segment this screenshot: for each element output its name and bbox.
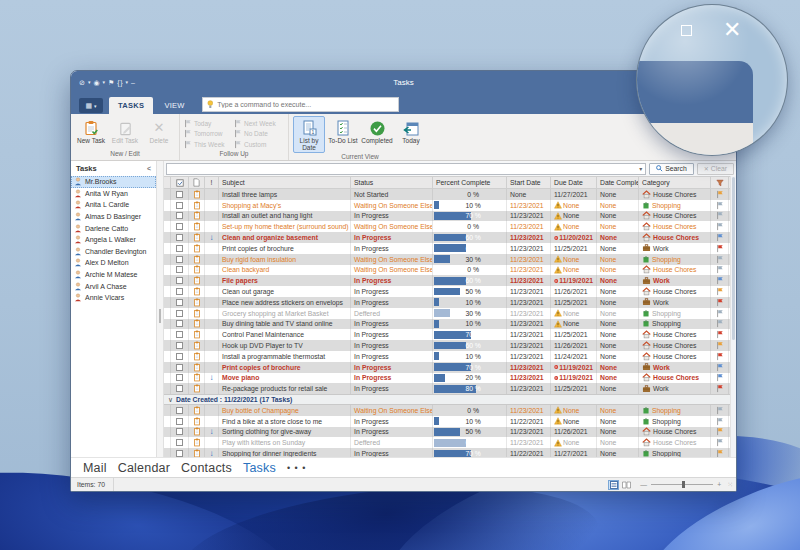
view-today-button[interactable]: Today	[395, 116, 427, 145]
task-row[interactable]: Shopping at Macy'sWaiting On Someone Els…	[164, 200, 736, 211]
sidebar-person-almas-d-basinger[interactable]: Almas D Basinger	[71, 211, 156, 223]
task-checkbox[interactable]	[176, 385, 183, 392]
task-flag[interactable]	[711, 211, 729, 222]
task-flag[interactable]	[711, 362, 729, 373]
task-flag[interactable]	[711, 319, 729, 330]
task-flag[interactable]	[711, 329, 729, 340]
column-header[interactable]: Percent Complete	[433, 177, 507, 188]
sidebar-person-arvil-a-chase[interactable]: Arvil A Chase	[71, 280, 156, 292]
task-flag[interactable]	[711, 405, 729, 416]
normal-view-button[interactable]	[608, 480, 619, 490]
view-todo-list-button[interactable]: To-Do List	[327, 116, 359, 145]
task-row[interactable]: Install three lampsNot Started0 %None11/…	[164, 189, 736, 200]
task-flag[interactable]	[711, 232, 729, 243]
task-row[interactable]: Clean backyardWaiting On Someone Else0 %…	[164, 265, 736, 276]
task-row[interactable]: Re-package products for retail saleIn Pr…	[164, 383, 736, 394]
task-row[interactable]: File papersIn Progress60 %11/23/202111/1…	[164, 275, 736, 286]
task-row[interactable]: Clean out garageIn Progress50 %11/23/202…	[164, 286, 736, 297]
task-checkbox[interactable]	[176, 212, 183, 219]
reading-view-button[interactable]	[621, 480, 632, 490]
column-header[interactable]	[711, 177, 729, 188]
sidebar-person-anita-l-cardle[interactable]: Anita L Cardle	[71, 199, 156, 211]
task-checkbox[interactable]	[176, 364, 183, 371]
view-completed-button[interactable]: Completed	[361, 116, 393, 145]
sidebar-splitter[interactable]	[157, 161, 164, 457]
sidebar-person-archie-m-matese[interactable]: Archie M Matese	[71, 269, 156, 281]
task-flag[interactable]	[711, 340, 729, 351]
zoom-slider[interactable]: — +	[640, 481, 721, 488]
command-box[interactable]	[202, 97, 399, 112]
task-row[interactable]: Find a bike at a store close to meIn Pro…	[164, 416, 736, 427]
task-row[interactable]: ↓Move pianoIn Progress20 %11/23/202111/1…	[164, 373, 736, 384]
sidebar-person-chandler-bevington[interactable]: Chandler Bevington	[71, 246, 156, 258]
task-row[interactable]: Grocery shopping at Market BasketDeffere…	[164, 308, 736, 319]
task-row[interactable]: ↓Clean and organize basementIn Progress6…	[164, 232, 736, 243]
task-flag[interactable]	[711, 383, 729, 394]
nav-calendar[interactable]: Calendar	[118, 461, 170, 475]
task-row[interactable]: Install an outlet and hang lightIn Progr…	[164, 211, 736, 222]
task-flag[interactable]	[711, 351, 729, 362]
zoom-in-button[interactable]: +	[717, 481, 721, 488]
search-input[interactable]	[167, 165, 636, 172]
task-flag[interactable]	[711, 243, 729, 254]
task-checkbox[interactable]	[176, 202, 183, 209]
file-menu-button[interactable]: ▦▾	[79, 98, 103, 113]
task-checkbox[interactable]	[176, 223, 183, 230]
column-header[interactable]: Due Date	[551, 177, 597, 188]
new-task-button[interactable]: New Task	[75, 116, 107, 145]
task-flag[interactable]	[711, 437, 729, 448]
column-header[interactable]: Start Date	[507, 177, 551, 188]
zoom-track[interactable]	[651, 484, 713, 485]
task-row[interactable]: Buy bottle of ChampagneWaiting On Someon…	[164, 405, 736, 416]
task-checkbox[interactable]	[176, 450, 183, 457]
column-header[interactable]: Date Comple	[597, 177, 639, 188]
task-row[interactable]: Install a programmable thermostatIn Prog…	[164, 351, 736, 362]
task-checkbox[interactable]	[176, 353, 183, 360]
task-flag[interactable]	[711, 308, 729, 319]
task-row[interactable]: Control Panel MaintenanceIn Progress70 %…	[164, 329, 736, 340]
collapse-sidebar-button[interactable]: <	[147, 165, 151, 172]
task-checkbox[interactable]	[176, 234, 183, 241]
task-flag[interactable]	[711, 416, 729, 427]
tab-view[interactable]: VIEW	[155, 97, 193, 114]
sidebar-person-annie-vicars[interactable]: Annie Vicars	[71, 292, 156, 304]
nav-mail[interactable]: Mail	[83, 461, 107, 475]
task-row[interactable]: Print copies of brochureIn Progress70 %1…	[164, 362, 736, 373]
search-button[interactable]: Search	[649, 163, 694, 175]
column-header[interactable]: Status	[351, 177, 433, 188]
task-row[interactable]: Play with kittens on SundayDeffered60 %1…	[164, 437, 736, 448]
sidebar-person-angela-l-walker[interactable]: Angela L Walker	[71, 234, 156, 246]
column-header[interactable]	[189, 177, 205, 188]
command-input[interactable]	[217, 101, 393, 108]
nav-tasks[interactable]: Tasks	[243, 461, 276, 475]
task-row[interactable]: Hook up DVD Player to TVIn Progress60 %1…	[164, 340, 736, 351]
nav-more-button[interactable]: • • •	[287, 463, 306, 473]
tab-tasks[interactable]: TASKS	[109, 97, 153, 114]
task-flag[interactable]	[711, 254, 729, 265]
task-checkbox[interactable]	[176, 418, 183, 425]
task-checkbox[interactable]	[176, 374, 183, 381]
column-header[interactable]: Category	[639, 177, 711, 188]
task-row[interactable]: ↓Shopping for dinner ingredientsIn Progr…	[164, 448, 736, 457]
task-checkbox[interactable]	[176, 191, 183, 198]
vertical-scrollbar[interactable]	[730, 176, 736, 457]
task-checkbox[interactable]	[176, 288, 183, 295]
task-flag[interactable]	[711, 286, 729, 297]
zoom-knob[interactable]	[682, 481, 685, 488]
zoom-out-button[interactable]: —	[640, 481, 647, 488]
task-flag[interactable]	[711, 373, 729, 384]
task-flag[interactable]	[711, 265, 729, 276]
task-checkbox[interactable]	[176, 320, 183, 327]
task-checkbox[interactable]	[176, 245, 183, 252]
task-flag[interactable]	[711, 275, 729, 286]
sidebar-person-alex-d-melton[interactable]: Alex D Melton	[71, 257, 156, 269]
task-row[interactable]: Buy rigid foam insulationWaiting On Some…	[164, 254, 736, 265]
column-header[interactable]	[171, 177, 189, 188]
column-header[interactable]	[164, 177, 171, 188]
task-checkbox[interactable]	[176, 342, 183, 349]
nav-contacts[interactable]: Contacts	[181, 461, 232, 475]
column-header[interactable]: !	[205, 177, 219, 188]
task-flag[interactable]	[711, 427, 729, 438]
search-box[interactable]: ▾	[166, 163, 646, 175]
task-flag[interactable]	[711, 221, 729, 232]
